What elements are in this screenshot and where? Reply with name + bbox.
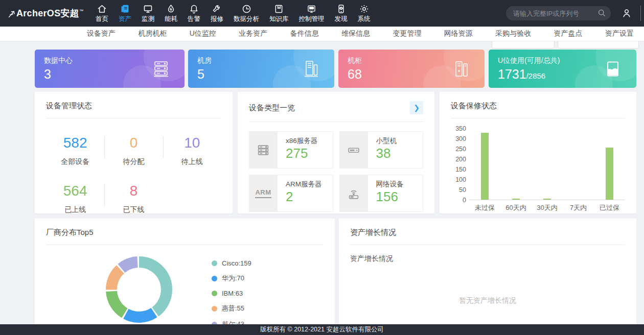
app-logo[interactable]: ArcherOS安超 ™: [0, 7, 90, 19]
nav-item-analysis[interactable]: 数据分析: [228, 0, 264, 27]
stat-待上线: 10待上线: [163, 128, 221, 176]
dashboard-page: ArcherOS安超 ™ 首页资产监测能耗告警报修数据分析知识库BMC控制管理发…: [0, 0, 644, 335]
y-tick-label: 100: [455, 176, 466, 183]
kpi-card-room[interactable]: 机房5: [188, 50, 334, 88]
kpi-card-cabinet[interactable]: 机柜68: [338, 50, 485, 88]
kpi-card-uslot[interactable]: U位使用(可用/总共)1731/2856: [489, 50, 636, 88]
panel-title: 设备管理状态: [46, 101, 221, 111]
stat-label: 已下线: [104, 205, 163, 214]
network-icon: [339, 175, 368, 212]
bar-chart-x-labels: 未过保60天内30天内7天内已过保: [469, 203, 625, 212]
subnav-item-9[interactable]: 资产盘点: [554, 29, 583, 38]
stat-label: 全部设备: [46, 157, 104, 166]
nav-item-home[interactable]: 首页: [90, 0, 113, 27]
uslot-icon: [603, 59, 623, 79]
divider: [350, 245, 625, 245]
tile-name: 网络设备: [376, 180, 423, 189]
x-tick-label: 已过保: [594, 203, 625, 212]
y-tick-label: 200: [455, 156, 466, 163]
asset-icon: [119, 3, 131, 14]
bar-30天内: [532, 129, 563, 200]
legend-dot: [212, 291, 217, 296]
search-icon[interactable]: [597, 9, 606, 17]
vendor-distribution-panel: 厂商分布Top5 Cisco:159华为:70IBM:63惠普:55戴尔:43: [35, 219, 335, 335]
y-tick-label: 150: [455, 166, 466, 173]
more-arrow-button[interactable]: ❯: [410, 101, 423, 114]
nav-item-knowledge[interactable]: 知识库: [264, 0, 294, 27]
subnav-item-0[interactable]: 设备资产: [87, 29, 116, 38]
nav-item-system[interactable]: 系统: [353, 0, 376, 27]
nav-item-asset[interactable]: 资产: [113, 0, 136, 27]
nav-item-discovery[interactable]: 发现: [330, 0, 353, 27]
nav-item-monitor[interactable]: 监测: [136, 0, 159, 27]
nav-item-label: 控制管理: [299, 15, 325, 23]
device-type-tile-1[interactable]: 小型机38: [339, 131, 424, 169]
subnav-item-5[interactable]: 维保信息: [341, 29, 370, 38]
y-tick-label: 350: [455, 125, 466, 132]
minicomputer-icon: [339, 131, 368, 169]
bar-60天内: [500, 129, 532, 200]
nav-item-energy[interactable]: 能耗: [159, 0, 182, 27]
stat-label: 待上线: [163, 157, 221, 166]
nav-item-repair[interactable]: 报修: [205, 0, 228, 27]
subnav-item-10[interactable]: 资产设置: [605, 29, 634, 38]
nav-item-label: 数据分析: [234, 15, 259, 23]
tile-count: 38: [376, 146, 423, 161]
logo-trademark: ™: [79, 9, 83, 13]
legend-label: 华为:70: [222, 274, 244, 283]
y-tick-label: 250: [455, 146, 466, 153]
subnav-item-6[interactable]: 变更管理: [393, 29, 421, 38]
legend-dot: [212, 306, 217, 312]
stat-全部设备: 582全部设备: [46, 128, 104, 176]
divider: [249, 122, 423, 122]
subnav-item-4[interactable]: 备件信息: [290, 29, 319, 38]
nav-item-bmc[interactable]: BMC控制管理: [294, 0, 330, 27]
x-tick-label: 7天内: [563, 203, 594, 212]
main-menu: 首页资产监测能耗告警报修数据分析知识库BMC控制管理发现系统: [90, 0, 376, 27]
nav-item-label: 发现: [335, 15, 348, 23]
stat-待分配: 0待分配: [104, 128, 163, 176]
stat-已下线: 8已下线: [104, 176, 163, 224]
stat-value: 564: [46, 183, 104, 199]
y-tick-label: 300: [455, 135, 466, 142]
nav-item-label: 告警: [188, 15, 200, 23]
top-navbar: ArcherOS安超 ™ 首页资产监测能耗告警报修数据分析知识库BMC控制管理发…: [0, 0, 644, 27]
subnav-item-3[interactable]: 业务资产: [239, 29, 267, 38]
bar-rect: [512, 199, 520, 200]
subnav-item-7[interactable]: 网络资源: [444, 29, 473, 38]
bar-未过保: [469, 129, 500, 200]
legend-item-Cisco: Cisco:159: [212, 259, 251, 267]
logo-icon: [7, 10, 16, 19]
subnav-item-8[interactable]: 采购与验收: [495, 29, 531, 38]
bar-chart-y-axis: 050100150200250300350: [451, 129, 469, 200]
device-type-tile-3[interactable]: 网络设备156: [339, 175, 424, 212]
monitor-icon: [142, 3, 154, 14]
asset-subnav: 设备资产机房机柜U位监控业务资产备件信息维保信息变更管理网络资源采购与验收资产盘…: [0, 27, 644, 41]
analysis-icon: [240, 3, 252, 14]
nav-item-alarm[interactable]: 告警: [182, 0, 205, 27]
device-type-tile-0[interactable]: x86服务器275: [249, 131, 333, 169]
nav-item-label: 资产: [119, 15, 131, 23]
subnav-item-2[interactable]: U位监控: [190, 29, 216, 38]
legend-dot: [212, 260, 217, 266]
tile-count: 2: [286, 189, 333, 205]
alarm-icon: [188, 3, 200, 14]
divider: [451, 118, 625, 118]
subnav-item-1[interactable]: 机房机柜: [138, 29, 167, 38]
bar-7天内: [563, 129, 594, 200]
kpi-card-datacenter[interactable]: 数据中心3: [35, 50, 185, 88]
legend-label: IBM:63: [222, 290, 243, 297]
energy-icon: [165, 3, 177, 14]
tile-name: 小型机: [376, 136, 423, 146]
x-tick-label: 60天内: [500, 203, 532, 212]
device-type-tile-2[interactable]: ARMARM服务器2: [249, 175, 333, 212]
vendor-donut-chart: [101, 251, 177, 328]
stat-value: 8: [104, 183, 163, 199]
user-icon[interactable]: [621, 8, 632, 19]
system-icon: [358, 3, 370, 14]
bmc-icon: BMC: [306, 3, 318, 14]
panel-title: 设备保修状态: [451, 101, 625, 111]
y-tick-label: 50: [459, 186, 466, 194]
x-tick-label: 30天内: [532, 203, 563, 212]
device-status-stats: 582全部设备0待分配10待上线564已上线8已下线: [46, 128, 221, 224]
